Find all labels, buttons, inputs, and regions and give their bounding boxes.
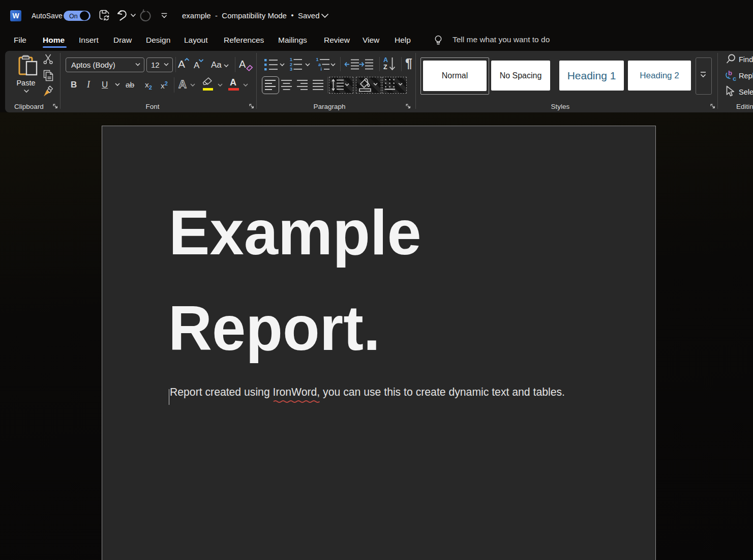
svg-text:1: 1 <box>316 57 319 62</box>
svg-text:b: b <box>728 69 732 77</box>
svg-text:2: 2 <box>290 62 292 67</box>
svg-text:A: A <box>383 56 388 64</box>
svg-text:a: a <box>318 62 321 67</box>
svg-text:i: i <box>321 67 322 72</box>
svg-text:c: c <box>733 75 736 82</box>
svg-text:1: 1 <box>290 57 292 62</box>
svg-text:Z: Z <box>383 64 387 71</box>
svg-text:3: 3 <box>290 67 292 72</box>
